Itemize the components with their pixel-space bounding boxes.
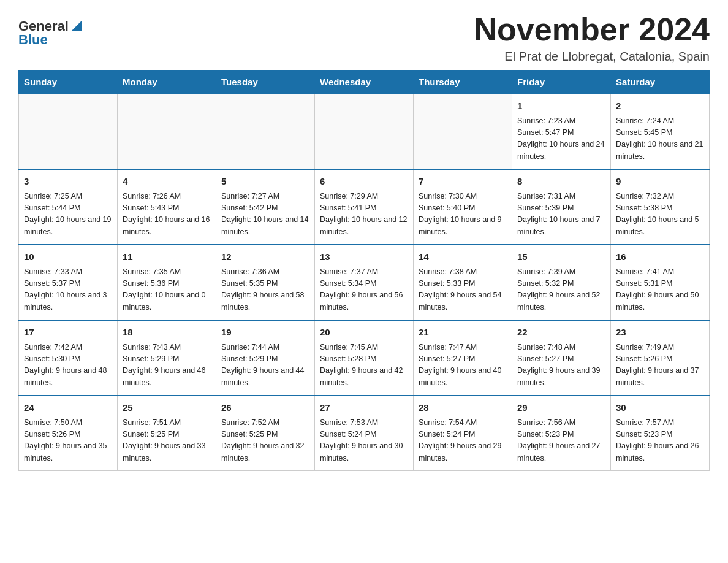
day-info: Sunrise: 7:44 AMSunset: 5:29 PMDaylight:… bbox=[221, 342, 309, 389]
day-number: 16 bbox=[616, 250, 704, 264]
day-number: 18 bbox=[123, 326, 211, 340]
col-sunday: Sunday bbox=[19, 71, 118, 94]
table-row: 5Sunrise: 7:27 AMSunset: 5:42 PMDaylight… bbox=[216, 169, 315, 245]
day-number: 8 bbox=[517, 175, 605, 189]
logo-triangle-icon bbox=[71, 20, 82, 31]
col-monday: Monday bbox=[118, 71, 216, 94]
table-row bbox=[216, 94, 315, 169]
day-info: Sunrise: 7:24 AMSunset: 5:45 PMDaylight:… bbox=[616, 115, 704, 163]
col-wednesday: Wednesday bbox=[315, 71, 414, 94]
table-row: 26Sunrise: 7:52 AMSunset: 5:25 PMDayligh… bbox=[216, 396, 315, 471]
table-row: 11Sunrise: 7:35 AMSunset: 5:36 PMDayligh… bbox=[118, 245, 216, 320]
logo-blue-text: Blue bbox=[18, 32, 48, 48]
table-row: 8Sunrise: 7:31 AMSunset: 5:39 PMDaylight… bbox=[512, 169, 611, 245]
col-tuesday: Tuesday bbox=[216, 71, 315, 94]
day-number: 5 bbox=[221, 175, 309, 189]
day-number: 24 bbox=[24, 401, 112, 415]
day-number: 21 bbox=[419, 326, 507, 340]
day-number: 13 bbox=[320, 250, 408, 264]
day-info: Sunrise: 7:42 AMSunset: 5:30 PMDaylight:… bbox=[24, 342, 112, 389]
day-number: 3 bbox=[24, 175, 112, 189]
table-row: 1Sunrise: 7:23 AMSunset: 5:47 PMDaylight… bbox=[512, 94, 611, 169]
col-saturday: Saturday bbox=[611, 71, 710, 94]
day-info: Sunrise: 7:30 AMSunset: 5:40 PMDaylight:… bbox=[419, 191, 507, 239]
table-row: 25Sunrise: 7:51 AMSunset: 5:25 PMDayligh… bbox=[118, 396, 216, 471]
day-number: 1 bbox=[517, 99, 605, 113]
day-info: Sunrise: 7:47 AMSunset: 5:27 PMDaylight:… bbox=[419, 342, 507, 389]
subtitle: El Prat de Llobregat, Catalonia, Spain bbox=[474, 50, 710, 64]
table-row: 22Sunrise: 7:48 AMSunset: 5:27 PMDayligh… bbox=[512, 320, 611, 396]
day-info: Sunrise: 7:36 AMSunset: 5:35 PMDaylight:… bbox=[221, 266, 309, 314]
day-number: 25 bbox=[123, 401, 211, 415]
table-row: 28Sunrise: 7:54 AMSunset: 5:24 PMDayligh… bbox=[414, 396, 512, 471]
table-row: 7Sunrise: 7:30 AMSunset: 5:40 PMDaylight… bbox=[414, 169, 512, 245]
day-number: 4 bbox=[123, 175, 211, 189]
day-number: 7 bbox=[419, 175, 507, 189]
logo: General Blue bbox=[18, 18, 82, 48]
calendar-week-row: 3Sunrise: 7:25 AMSunset: 5:44 PMDaylight… bbox=[19, 169, 710, 245]
title-area: November 2024 El Prat de Llobregat, Cata… bbox=[474, 12, 710, 64]
table-row: 29Sunrise: 7:56 AMSunset: 5:23 PMDayligh… bbox=[512, 396, 611, 471]
day-number: 29 bbox=[517, 401, 605, 415]
table-row bbox=[414, 94, 512, 169]
calendar-week-row: 1Sunrise: 7:23 AMSunset: 5:47 PMDaylight… bbox=[19, 94, 710, 169]
day-number: 9 bbox=[616, 175, 704, 189]
table-row: 21Sunrise: 7:47 AMSunset: 5:27 PMDayligh… bbox=[414, 320, 512, 396]
day-info: Sunrise: 7:27 AMSunset: 5:42 PMDaylight:… bbox=[221, 191, 309, 239]
table-row bbox=[315, 94, 414, 169]
table-row: 9Sunrise: 7:32 AMSunset: 5:38 PMDaylight… bbox=[611, 169, 710, 245]
day-number: 2 bbox=[616, 99, 704, 113]
table-row bbox=[118, 94, 216, 169]
table-row: 27Sunrise: 7:53 AMSunset: 5:24 PMDayligh… bbox=[315, 396, 414, 471]
day-number: 10 bbox=[24, 250, 112, 264]
main-title: November 2024 bbox=[474, 12, 710, 47]
day-number: 19 bbox=[221, 326, 309, 340]
day-info: Sunrise: 7:56 AMSunset: 5:23 PMDaylight:… bbox=[517, 417, 605, 465]
table-row: 6Sunrise: 7:29 AMSunset: 5:41 PMDaylight… bbox=[315, 169, 414, 245]
table-row: 10Sunrise: 7:33 AMSunset: 5:37 PMDayligh… bbox=[19, 245, 118, 320]
table-row: 4Sunrise: 7:26 AMSunset: 5:43 PMDaylight… bbox=[118, 169, 216, 245]
day-info: Sunrise: 7:23 AMSunset: 5:47 PMDaylight:… bbox=[517, 115, 605, 163]
table-row: 17Sunrise: 7:42 AMSunset: 5:30 PMDayligh… bbox=[19, 320, 118, 396]
day-info: Sunrise: 7:43 AMSunset: 5:29 PMDaylight:… bbox=[123, 342, 211, 389]
table-row: 3Sunrise: 7:25 AMSunset: 5:44 PMDaylight… bbox=[19, 169, 118, 245]
day-number: 11 bbox=[123, 250, 211, 264]
day-info: Sunrise: 7:52 AMSunset: 5:25 PMDaylight:… bbox=[221, 417, 309, 465]
col-friday: Friday bbox=[512, 71, 611, 94]
calendar-week-row: 24Sunrise: 7:50 AMSunset: 5:26 PMDayligh… bbox=[19, 396, 710, 471]
calendar-header-row: Sunday Monday Tuesday Wednesday Thursday… bbox=[19, 71, 710, 94]
day-info: Sunrise: 7:38 AMSunset: 5:33 PMDaylight:… bbox=[419, 266, 507, 314]
svg-marker-0 bbox=[71, 20, 82, 31]
table-row: 20Sunrise: 7:45 AMSunset: 5:28 PMDayligh… bbox=[315, 320, 414, 396]
table-row: 18Sunrise: 7:43 AMSunset: 5:29 PMDayligh… bbox=[118, 320, 216, 396]
day-number: 17 bbox=[24, 326, 112, 340]
day-info: Sunrise: 7:39 AMSunset: 5:32 PMDaylight:… bbox=[517, 266, 605, 314]
day-number: 22 bbox=[517, 326, 605, 340]
day-number: 15 bbox=[517, 250, 605, 264]
day-info: Sunrise: 7:35 AMSunset: 5:36 PMDaylight:… bbox=[123, 266, 211, 314]
col-thursday: Thursday bbox=[414, 71, 512, 94]
day-info: Sunrise: 7:31 AMSunset: 5:39 PMDaylight:… bbox=[517, 191, 605, 239]
day-info: Sunrise: 7:41 AMSunset: 5:31 PMDaylight:… bbox=[616, 266, 704, 314]
table-row: 13Sunrise: 7:37 AMSunset: 5:34 PMDayligh… bbox=[315, 245, 414, 320]
day-info: Sunrise: 7:25 AMSunset: 5:44 PMDaylight:… bbox=[24, 191, 112, 239]
day-info: Sunrise: 7:33 AMSunset: 5:37 PMDaylight:… bbox=[24, 266, 112, 314]
table-row: 23Sunrise: 7:49 AMSunset: 5:26 PMDayligh… bbox=[611, 320, 710, 396]
day-info: Sunrise: 7:37 AMSunset: 5:34 PMDaylight:… bbox=[320, 266, 408, 314]
day-number: 20 bbox=[320, 326, 408, 340]
day-info: Sunrise: 7:32 AMSunset: 5:38 PMDaylight:… bbox=[616, 191, 704, 239]
day-info: Sunrise: 7:48 AMSunset: 5:27 PMDaylight:… bbox=[517, 342, 605, 389]
day-info: Sunrise: 7:51 AMSunset: 5:25 PMDaylight:… bbox=[123, 417, 211, 465]
table-row: 12Sunrise: 7:36 AMSunset: 5:35 PMDayligh… bbox=[216, 245, 315, 320]
day-number: 30 bbox=[616, 401, 704, 415]
day-number: 26 bbox=[221, 401, 309, 415]
table-row: 14Sunrise: 7:38 AMSunset: 5:33 PMDayligh… bbox=[414, 245, 512, 320]
table-row: 2Sunrise: 7:24 AMSunset: 5:45 PMDaylight… bbox=[611, 94, 710, 169]
day-info: Sunrise: 7:53 AMSunset: 5:24 PMDaylight:… bbox=[320, 417, 408, 465]
table-row: 16Sunrise: 7:41 AMSunset: 5:31 PMDayligh… bbox=[611, 245, 710, 320]
day-number: 6 bbox=[320, 175, 408, 189]
day-info: Sunrise: 7:57 AMSunset: 5:23 PMDaylight:… bbox=[616, 417, 704, 465]
day-number: 27 bbox=[320, 401, 408, 415]
day-info: Sunrise: 7:26 AMSunset: 5:43 PMDaylight:… bbox=[123, 191, 211, 239]
calendar-week-row: 17Sunrise: 7:42 AMSunset: 5:30 PMDayligh… bbox=[19, 320, 710, 396]
